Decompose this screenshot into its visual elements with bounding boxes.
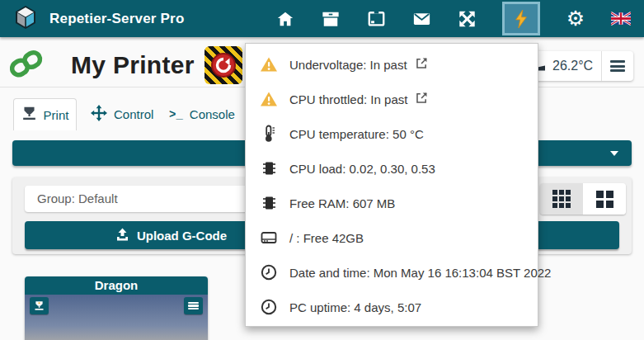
view-toggle bbox=[540, 183, 626, 215]
tab-control[interactable]: Control bbox=[91, 98, 153, 130]
warning-triangle-icon bbox=[260, 91, 278, 107]
app-title: Repetier-Server Pro bbox=[49, 11, 184, 27]
settings-gear-icon[interactable]: ⚙ bbox=[566, 9, 585, 29]
status-text: Free RAM: 607 MB bbox=[289, 196, 395, 210]
status-text: Undervoltage: In past bbox=[289, 58, 407, 72]
top-navbar: Repetier-Server Pro bbox=[0, 0, 644, 37]
connection-link-icon[interactable] bbox=[10, 46, 43, 84]
language-uk-flag-icon[interactable] bbox=[611, 9, 631, 29]
chevron-down-icon bbox=[610, 151, 618, 156]
printer-preview-image bbox=[25, 295, 208, 340]
cpu-chip-icon bbox=[260, 159, 278, 177]
console-prompt-icon: >_ bbox=[169, 108, 183, 121]
app-window: Repetier-Server Pro bbox=[0, 0, 644, 340]
printer-header: My Printer bbox=[10, 43, 242, 87]
touchscreen-icon[interactable] bbox=[366, 9, 386, 29]
printer-menu-button[interactable] bbox=[602, 51, 633, 81]
tab-control-label: Control bbox=[114, 107, 153, 121]
status-text: CPU throttled: In past bbox=[289, 92, 407, 106]
status-row-disk-free: / : Free 42GB bbox=[246, 220, 538, 255]
tab-console-label: Console bbox=[190, 107, 235, 121]
external-link-icon[interactable] bbox=[415, 56, 429, 73]
status-text: CPU load: 0.02, 0.30, 0.53 bbox=[289, 162, 435, 176]
status-row-date-time: Date and time: Mon May 16 16:13:04 BST 2… bbox=[246, 255, 538, 290]
grid-3x3-icon bbox=[552, 190, 571, 208]
clock-icon bbox=[260, 298, 278, 316]
tab-print[interactable]: Print bbox=[13, 98, 77, 130]
grid-2x2-icon bbox=[596, 191, 613, 208]
thermometer-icon bbox=[260, 125, 278, 143]
memory-chip-icon bbox=[260, 194, 278, 212]
status-text: / : Free 42GB bbox=[289, 231, 364, 245]
bed-temperature-value: 26.2°C bbox=[552, 59, 593, 73]
clock-icon bbox=[260, 263, 278, 281]
status-row-pc-uptime: PC uptime: 4 days, 5:07 bbox=[246, 290, 538, 324]
archive-icon[interactable] bbox=[321, 9, 341, 29]
emergency-stop-button[interactable] bbox=[204, 46, 242, 84]
external-link-icon[interactable] bbox=[415, 91, 429, 108]
server-status-bolt-icon[interactable] bbox=[502, 2, 540, 35]
move-arrows-icon bbox=[91, 105, 107, 125]
status-text: CPU temperature: 50 °C bbox=[289, 127, 424, 141]
hamburger-icon bbox=[610, 59, 625, 74]
messages-icon[interactable] bbox=[411, 9, 431, 29]
warning-triangle-icon bbox=[260, 56, 278, 73]
card-menu-button[interactable] bbox=[184, 297, 203, 314]
status-row-free-ram: Free RAM: 607 MB bbox=[246, 186, 538, 220]
upload-gcode-label: Upload G-Code bbox=[137, 229, 227, 243]
home-icon[interactable] bbox=[275, 9, 295, 29]
grid-view-large-button[interactable] bbox=[583, 183, 626, 215]
print-nozzle-icon bbox=[21, 106, 37, 125]
printer-name: My Printer bbox=[71, 51, 195, 79]
repetier-logo-icon bbox=[13, 5, 38, 33]
hard-drive-icon bbox=[260, 229, 278, 247]
printer-card-dragon[interactable]: Dragon bbox=[25, 276, 208, 340]
status-row-cpu-load: CPU load: 0.02, 0.30, 0.53 bbox=[246, 151, 538, 186]
status-text: Date and time: Mon May 16 16:13:04 BST 2… bbox=[289, 266, 551, 280]
hamburger-icon bbox=[188, 300, 199, 311]
fullscreen-icon[interactable] bbox=[457, 9, 477, 29]
navbar-icons: ⚙ bbox=[275, 2, 644, 35]
server-status-popup: Undervoltage: In past CPU throttled: In … bbox=[245, 43, 538, 327]
status-row-cpu-throttled[interactable]: CPU throttled: In past bbox=[246, 82, 538, 116]
status-text: PC uptime: 4 days, 5:07 bbox=[289, 300, 421, 314]
status-row-undervoltage[interactable]: Undervoltage: In past bbox=[246, 47, 538, 82]
upload-icon bbox=[115, 228, 129, 243]
grid-view-small-button[interactable] bbox=[540, 183, 583, 215]
card-print-button[interactable] bbox=[30, 297, 49, 314]
printer-card-title: Dragon bbox=[25, 276, 208, 295]
tab-print-label: Print bbox=[44, 108, 69, 122]
status-row-cpu-temperature: CPU temperature: 50 °C bbox=[246, 116, 538, 151]
tab-console[interactable]: >_ Console bbox=[169, 98, 235, 130]
